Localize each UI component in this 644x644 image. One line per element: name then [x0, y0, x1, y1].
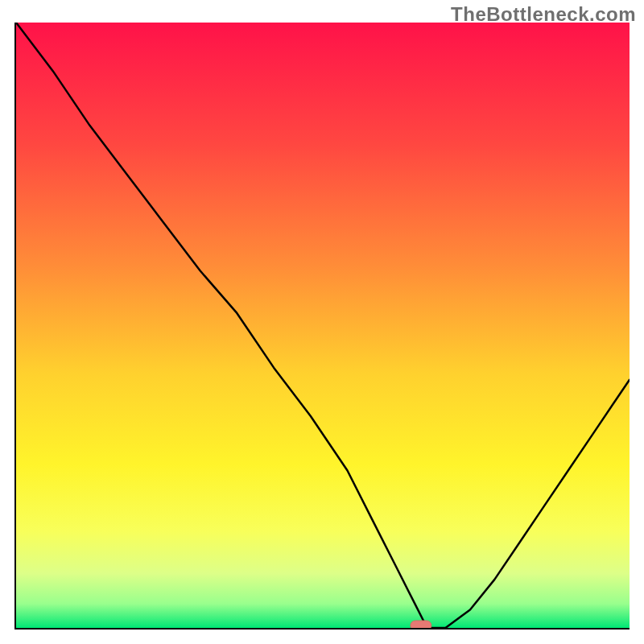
plot-area: [14, 23, 630, 630]
chart-stage: TheBottleneck.com: [0, 0, 644, 644]
chart-svg: [16, 23, 630, 628]
optimal-marker: [411, 621, 431, 628]
gradient-background: [16, 23, 630, 628]
